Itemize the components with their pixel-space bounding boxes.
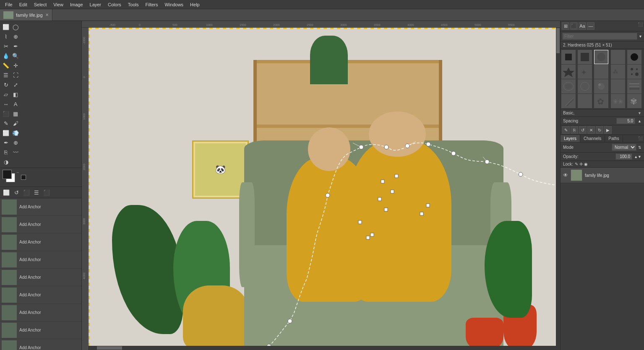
spacing-stepper-up[interactable]: ▲ — [638, 119, 641, 123]
menu-help[interactable]: Help — [187, 1, 203, 8]
tool-paintbrush[interactable]: 🖌 — [11, 119, 20, 128]
menu-select[interactable]: Select — [31, 1, 50, 8]
layer-item[interactable]: 👁 family life.jpg — [561, 168, 644, 183]
list-item[interactable]: Add Anchor — [0, 198, 81, 216]
brush-delete-button[interactable]: ✕ — [587, 126, 595, 134]
list-item[interactable]: Add Anchor — [0, 286, 81, 304]
tool-gradient[interactable]: ▦ — [11, 109, 20, 118]
tool-scissors[interactable]: ✂ — [1, 41, 10, 51]
brush-preset[interactable] — [611, 50, 625, 64]
mode-icon-3[interactable]: ⬛ — [22, 188, 31, 197]
tool-move[interactable]: ✛ — [11, 61, 20, 70]
panel-icon-grid[interactable]: ⊞ — [562, 22, 569, 30]
brush-preset[interactable] — [578, 94, 592, 108]
brush-preset[interactable]: ✦ — [578, 65, 592, 79]
menu-filters[interactable]: Filters — [142, 1, 162, 8]
menu-layer[interactable]: Layer — [86, 1, 105, 8]
brush-preset[interactable] — [611, 79, 625, 93]
mode-icon-1[interactable]: ⬜ — [2, 188, 11, 197]
list-item[interactable]: Add Anchor — [0, 233, 81, 251]
tab-close-button[interactable]: ✕ — [45, 13, 49, 17]
canvas-vscroll[interactable] — [556, 28, 560, 350]
brush-preset[interactable]: ✾ — [627, 94, 641, 108]
menu-colors[interactable]: Colors — [104, 1, 125, 8]
list-item[interactable]: Add Anchor — [0, 269, 81, 286]
panel-collapse-icon[interactable]: ⬛ — [638, 22, 643, 30]
brush-preset[interactable]: ✿ — [594, 94, 608, 108]
tool-perspective[interactable]: ◧ — [11, 90, 20, 99]
tool-eraser[interactable]: ⬜ — [1, 128, 10, 137]
tab-paths[interactable]: Paths — [605, 135, 623, 142]
foreground-color-swatch[interactable] — [3, 170, 12, 179]
tool-free-select[interactable]: ⌇ — [1, 32, 10, 41]
brush-preset[interactable] — [561, 94, 576, 108]
default-colors-icon[interactable] — [21, 175, 26, 180]
tool-pencil[interactable]: ✎ — [1, 119, 10, 128]
lock-alpha-icon[interactable]: ◉ — [584, 162, 588, 166]
brush-filter-input[interactable] — [562, 33, 637, 40]
menu-image[interactable]: Image — [67, 1, 86, 8]
tool-text[interactable]: A — [11, 99, 20, 109]
menu-file[interactable]: File — [2, 1, 16, 8]
brush-category-dropdown[interactable]: ▼ — [638, 111, 641, 115]
opacity-stepper[interactable]: ▲▼ — [634, 155, 641, 159]
layer-mode-select[interactable]: Normal — [612, 144, 636, 151]
tool-scale[interactable]: ⤢ — [11, 80, 20, 89]
tool-paths[interactable]: ✒ — [11, 41, 20, 51]
mode-icon-5[interactable]: ⬛ — [42, 188, 51, 197]
list-item[interactable]: Add Anchor — [0, 339, 81, 350]
brush-preset[interactable] — [627, 50, 641, 64]
brush-edit-button[interactable]: ✎ — [562, 126, 570, 134]
tab-layers[interactable]: Layers — [561, 135, 580, 142]
brush-preset[interactable]: ⁂ — [611, 65, 625, 79]
brush-refresh-button[interactable]: ↺ — [579, 126, 587, 134]
brush-preset[interactable] — [561, 50, 576, 64]
tool-airbrush[interactable]: 💨 — [11, 128, 20, 137]
tool-fuzzy-select[interactable]: ⊕ — [11, 32, 20, 41]
canvas-hscroll-thumb[interactable] — [97, 346, 122, 350]
tool-paint-bucket[interactable]: ⬛ — [1, 109, 10, 118]
tool-heal[interactable]: ⊕ — [11, 138, 20, 147]
list-item[interactable]: Add Anchor — [0, 321, 81, 339]
canvas-area[interactable]: -500 0 500 1000 1500 2000 2500 3000 3500… — [82, 21, 560, 350]
brush-redo-button[interactable]: ↻ — [596, 126, 603, 134]
canvas-vscroll-thumb[interactable] — [556, 28, 560, 53]
panel-icon-aa[interactable]: Aa — [579, 22, 586, 30]
brush-duplicate-button[interactable]: ⎘ — [571, 126, 578, 134]
tool-ellipse-select[interactable]: ◯ — [11, 22, 20, 31]
brush-preset[interactable] — [627, 79, 641, 93]
tool-dodge-burn[interactable]: ◑ — [1, 157, 10, 166]
menu-tools[interactable]: Tools — [125, 1, 142, 8]
tool-ink[interactable]: ✒ — [1, 138, 10, 147]
list-item[interactable]: Add Anchor — [0, 304, 81, 321]
layer-mode-arrows[interactable]: ⇅ — [638, 145, 641, 150]
list-item[interactable]: Add Anchor — [0, 251, 81, 269]
tab-channels[interactable]: Channels — [580, 135, 605, 142]
brush-preset[interactable]: ✧✧ — [594, 65, 608, 79]
brush-preset[interactable] — [627, 65, 641, 79]
brush-preset[interactable] — [594, 79, 608, 93]
tool-rectangle-select[interactable]: ⬜ — [1, 22, 10, 31]
layer-visibility-eye[interactable]: 👁 — [563, 172, 568, 178]
brush-preset[interactable] — [561, 79, 576, 93]
swap-colors-icon[interactable]: ↔ — [16, 171, 19, 174]
tool-crop[interactable]: ⛶ — [11, 70, 20, 80]
tool-measure[interactable]: 📏 — [1, 61, 10, 70]
brush-preset-selected[interactable] — [594, 50, 608, 64]
opacity-input[interactable] — [615, 153, 632, 160]
menu-edit[interactable]: Edit — [16, 1, 31, 8]
tool-shear[interactable]: ▱ — [1, 90, 10, 99]
tool-rotate[interactable]: ↻ — [1, 80, 10, 89]
mode-icon-4[interactable]: ☰ — [32, 188, 41, 197]
panel-icon-dash[interactable]: — — [587, 22, 594, 30]
filter-dropdown-icon[interactable]: ▼ — [639, 34, 642, 39]
tool-zoom[interactable]: 🔍 — [11, 51, 20, 60]
brush-preset[interactable] — [578, 79, 592, 93]
mode-icon-2[interactable]: ↺ — [12, 188, 21, 197]
tool-flip[interactable]: ↔ — [1, 99, 10, 109]
tool-color-picker[interactable]: 💧 — [1, 51, 10, 60]
brush-preset[interactable] — [578, 50, 592, 64]
brush-preset[interactable]: ❀❀ — [611, 94, 625, 108]
tab-family-life[interactable]: family life.jpg ✕ — [0, 9, 52, 21]
tool-clone[interactable]: ⎘ — [1, 148, 10, 157]
